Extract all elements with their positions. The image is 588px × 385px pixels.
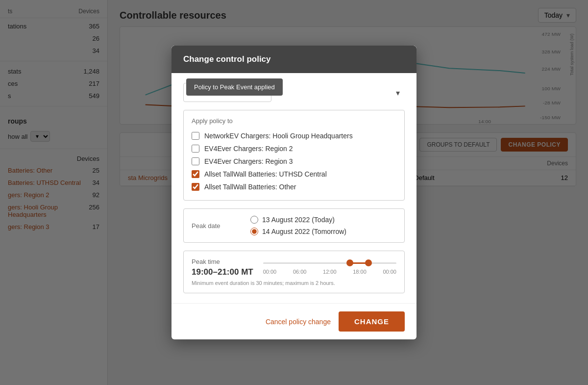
- checkbox-row-4: Allset TallWall Batteries: Other: [192, 180, 396, 193]
- slider-label-2: 12:00: [323, 269, 337, 275]
- checkbox-allset-uthsd[interactable]: [192, 170, 199, 178]
- peak-time-title: Peak time: [192, 258, 253, 265]
- checkbox-label-ev4ever-r2: EV4Ever Chargers: Region 2: [204, 145, 293, 153]
- notification-banner: Policy to Peak Event applied: [186, 78, 283, 96]
- radio-row-today: 13 August 2022 (Today): [250, 216, 346, 224]
- radio-label-tomorrow: 14 August 2022 (Tomorrow): [262, 228, 346, 235]
- checkbox-allset-other[interactable]: [192, 183, 199, 191]
- slider-thumb-right[interactable]: [365, 259, 372, 266]
- checkbox-ev4ever-r2[interactable]: [192, 145, 199, 153]
- radio-options: 13 August 2022 (Today) 14 August 2022 (T…: [250, 216, 346, 235]
- radio-today[interactable]: [250, 216, 258, 224]
- slider-labels: 00:00 06:00 12:00 18:00 00:00: [263, 269, 396, 275]
- modal-body: Policy to be applied Peak Event Default …: [172, 73, 416, 303]
- slider-area: 00:00 06:00 12:00 18:00 00:00: [263, 258, 396, 275]
- checkbox-label-allset-other: Allset TallWall Batteries: Other: [204, 183, 296, 191]
- change-button[interactable]: CHANGE: [339, 311, 405, 332]
- checkbox-row-3: Allset TallWall Batteries: UTHSD Central: [192, 168, 396, 180]
- slider-label-4: 00:00: [383, 269, 396, 275]
- slider-label-0: 00:00: [263, 269, 277, 275]
- checkbox-label-ev4ever-r3: EV4Ever Chargers: Region 3: [204, 157, 293, 165]
- checkbox-row-0: NetworkEV Chargers: Hooli Group Headquar…: [192, 129, 396, 142]
- slider-track-container: [263, 258, 396, 268]
- peak-date-section: Peak date 13 August 2022 (Today) 14 Augu…: [183, 208, 405, 243]
- apply-policy-section: Apply policy to NetworkEV Chargers: Hool…: [183, 110, 405, 201]
- slider-thumb-left[interactable]: [346, 259, 353, 266]
- modal-overlay[interactable]: Policy to Peak Event applied Change cont…: [0, 0, 588, 385]
- peak-time-header: Peak time 19:00–21:00 MT 00:00: [192, 258, 396, 277]
- radio-label-today: 13 August 2022 (Today): [262, 216, 335, 224]
- peak-time-hint: Minimum event duration is 30 minutes; ma…: [192, 280, 396, 286]
- slider-label-3: 18:00: [353, 269, 367, 275]
- checkbox-row-1: EV4Ever Chargers: Region 2: [192, 142, 396, 155]
- radio-tomorrow[interactable]: [250, 228, 258, 235]
- peak-time-section: Peak time 19:00–21:00 MT 00:00: [183, 251, 405, 293]
- apply-policy-title: Apply policy to: [192, 117, 396, 125]
- cancel-button[interactable]: Cancel policy change: [266, 318, 331, 326]
- modal-title: Change control policy: [183, 54, 405, 64]
- radio-row-tomorrow: 14 August 2022 (Tomorrow): [250, 228, 346, 235]
- peak-time-value: 19:00–21:00 MT: [192, 267, 253, 277]
- modal-header: Change control policy: [172, 46, 416, 73]
- peak-time-label-group: Peak time 19:00–21:00 MT: [192, 258, 253, 277]
- dropdown-chevron-icon: ▾: [396, 88, 400, 97]
- modal-footer: Cancel policy change CHANGE: [172, 303, 416, 339]
- notification-text: Policy to Peak Event applied: [194, 83, 275, 91]
- checkbox-label-allset-uthsd: Allset TallWall Batteries: UTHSD Central: [204, 170, 327, 178]
- peak-date-title: Peak date: [192, 222, 231, 230]
- slider-track: [263, 262, 396, 264]
- checkbox-row-2: EV4Ever Chargers: Region 3: [192, 155, 396, 168]
- checkbox-ev4ever-r3[interactable]: [192, 157, 199, 165]
- checkbox-networkev[interactable]: [192, 132, 199, 140]
- slider-label-1: 06:00: [293, 269, 307, 275]
- checkbox-label-networkev: NetworkEV Chargers: Hooli Group Headquar…: [204, 132, 353, 140]
